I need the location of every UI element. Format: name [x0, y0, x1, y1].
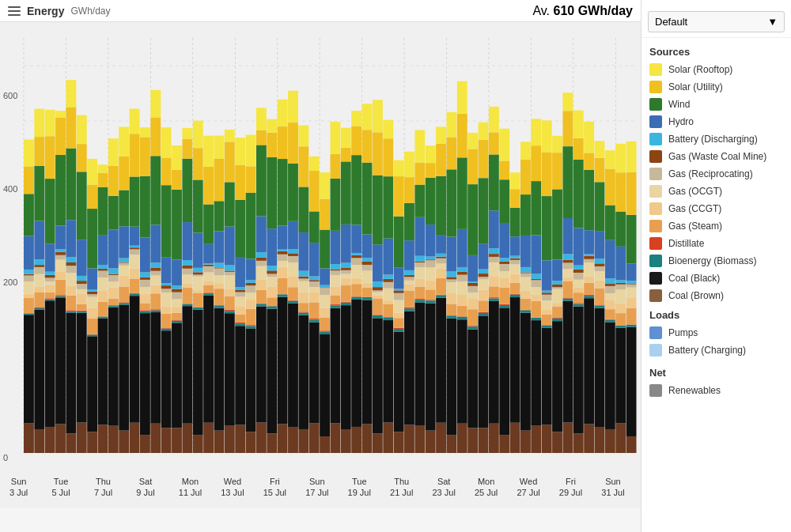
legend-swatch [649, 326, 662, 339]
legend-swatch [649, 98, 662, 111]
x-axis-label: Sun17 Jul [305, 476, 328, 499]
loads-legend: PumpsBattery (Charging) [642, 324, 791, 359]
legend-item-source[interactable]: Gas (Waste Coal Mine) [642, 148, 791, 165]
chart-area: Energy GWh/day Av. 610 GWh/day 600 400 2… [0, 0, 641, 532]
legend-item-source[interactable]: Wind [642, 96, 791, 113]
legend-swatch [649, 237, 662, 250]
legend-label: Gas (Waste Coal Mine) [668, 151, 766, 162]
default-dropdown[interactable]: Default ▼ [648, 11, 785, 32]
x-axis-label: Sat9 Jul [136, 476, 154, 499]
legend-item-source[interactable]: Battery (Discharging) [642, 130, 791, 148]
legend-label: Coal (Brown) [668, 290, 724, 301]
chevron-down-icon: ▼ [767, 16, 778, 28]
x-axis-label: Wed13 Jul [221, 476, 244, 499]
avg-label: Av. [532, 4, 550, 17]
legend-panel: Default ▼ Sources Solar (Rooftop)Solar (… [641, 0, 791, 532]
legend-swatch [649, 289, 662, 302]
x-axis-label: Thu7 Jul [94, 476, 112, 499]
legend-label: Solar (Utility) [668, 81, 723, 92]
legend-item-source[interactable]: Coal (Black) [642, 270, 791, 287]
legend-item-source[interactable]: Hydro [642, 113, 791, 130]
stacked-bar-chart [0, 22, 641, 473]
chart-body: 600 400 200 0 Sun3 JulTue5 JulThu7 JulSa… [0, 22, 641, 508]
legend-label: Distillate [668, 238, 704, 249]
legend-label: Battery (Charging) [668, 345, 746, 356]
x-axis-label: Sun31 Jul [601, 476, 624, 499]
legend-label: Gas (Steam) [668, 221, 722, 232]
x-axis-label: Wed27 Jul [517, 476, 539, 499]
legend-label: Battery (Discharging) [668, 134, 758, 145]
legend-swatch [649, 344, 662, 357]
legend-item-source[interactable]: Gas (CCGT) [642, 200, 791, 217]
legend-swatch [649, 202, 662, 215]
net-section: Net Renewables [642, 359, 791, 399]
x-axis-label: Thu21 Jul [390, 476, 413, 499]
legend-item-source[interactable]: Coal (Brown) [642, 287, 791, 304]
x-axis-label: Tue5 Jul [51, 476, 70, 499]
legend-label: Pumps [668, 327, 698, 338]
legend-label: Solar (Rooftop) [668, 64, 732, 75]
avg-value: 610 GWh/day [554, 4, 633, 17]
legend-item-load[interactable]: Pumps [642, 324, 791, 341]
legend-label: Renewables [668, 385, 721, 396]
legend-label: Coal (Black) [668, 273, 720, 284]
legend-swatch [649, 115, 662, 128]
chart-title: Energy [27, 5, 64, 17]
legend-item-source[interactable]: Gas (OCGT) [642, 183, 791, 200]
legend-label: Gas (CCGT) [668, 203, 721, 214]
legend-item-source[interactable]: Bioenergy (Biomass) [642, 252, 791, 270]
legend-label: Hydro [668, 116, 694, 127]
legend-item-source[interactable]: Gas (Steam) [642, 217, 791, 235]
legend-swatch [649, 255, 662, 267]
legend-label: Bioenergy (Biomass) [668, 255, 756, 266]
chart-header: Energy GWh/day Av. 610 GWh/day [0, 0, 641, 22]
legend-item-source[interactable]: Solar (Utility) [642, 78, 791, 96]
x-axis-label: Sat23 Jul [432, 476, 455, 499]
legend-item-load[interactable]: Battery (Charging) [642, 341, 791, 359]
dropdown-container: Default ▼ [642, 6, 791, 38]
legend-swatch [649, 81, 662, 93]
net-section-label: Net [642, 362, 791, 382]
legend-swatch [649, 133, 662, 145]
legend-label: Gas (OCGT) [668, 186, 722, 197]
legend-swatch [649, 220, 662, 232]
legend-label: Gas (Reciprocating) [668, 168, 753, 179]
loads-section-label: Loads [642, 304, 791, 324]
legend-item-source[interactable]: Gas (Reciprocating) [642, 165, 791, 183]
legend-swatch [649, 272, 662, 285]
legend-swatch [649, 168, 662, 180]
legend-item-net[interactable]: Renewables [642, 382, 791, 399]
dropdown-label: Default [655, 16, 687, 28]
legend-label: Wind [668, 99, 690, 110]
menu-icon[interactable] [8, 6, 21, 16]
sources-legend: Solar (Rooftop)Solar (Utility)WindHydroB… [642, 61, 791, 304]
x-axis-label: Mon11 Jul [179, 476, 202, 499]
legend-swatch [649, 185, 662, 198]
chart-avg: Av. 610 GWh/day [532, 4, 633, 18]
x-axis: Sun3 JulTue5 JulThu7 JulSat9 JulMon11 Ju… [0, 473, 641, 508]
legend-swatch [649, 384, 662, 397]
legend-swatch [649, 63, 662, 76]
x-axis-label: Fri29 Jul [559, 476, 582, 499]
legend-item-source[interactable]: Distillate [642, 235, 791, 252]
net-legend: Renewables [642, 382, 791, 399]
sources-section-label: Sources [642, 41, 791, 61]
x-axis-label: Sun3 Jul [9, 476, 28, 499]
chart-unit: GWh/day [70, 6, 110, 17]
x-axis-label: Mon25 Jul [475, 476, 498, 499]
x-axis-label: Tue19 Jul [348, 476, 371, 499]
legend-item-source[interactable]: Solar (Rooftop) [642, 61, 791, 78]
x-axis-label: Fri15 Jul [263, 476, 286, 499]
legend-swatch [649, 150, 662, 163]
